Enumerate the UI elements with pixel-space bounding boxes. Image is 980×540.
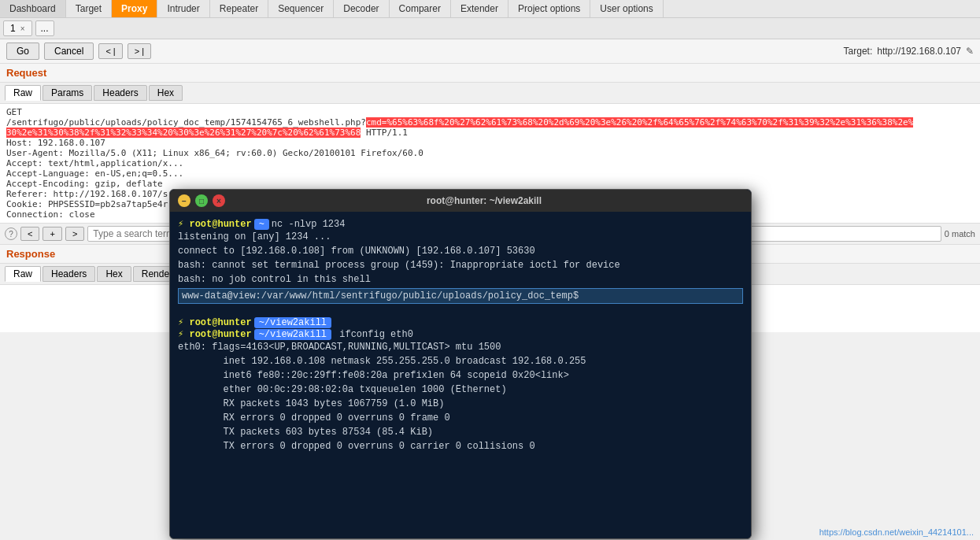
tab-1-close[interactable]: ×	[20, 24, 25, 33]
nav-comparer[interactable]: Comparer	[390, 0, 451, 17]
terminal-cmd-1: nc -nlvp 1234	[272, 219, 346, 230]
prev-button[interactable]: < |	[98, 43, 122, 59]
terminal-line-2: connect to [192.168.0.108] from (UNKNOWN…	[178, 244, 743, 258]
request-line-method: GET	[6, 107, 974, 117]
terminal-user-3: ⚡ root@hunter	[178, 328, 252, 332]
tab-1-label: 1	[10, 23, 16, 34]
request-tab-bar: Raw Params Headers Hex	[0, 83, 980, 104]
terminal-path-3: ~/view2akill	[254, 329, 331, 333]
terminal-user-2: ⚡ root@hunter	[178, 316, 252, 328]
tab-bar: 1 × ...	[0, 18, 980, 39]
nav-extender[interactable]: Extender	[451, 0, 508, 17]
cancel-button[interactable]: Cancel	[44, 43, 94, 60]
terminal-cmd-3: ifconfig eth0	[334, 329, 413, 333]
terminal-path-2: ~/view2akill	[254, 317, 331, 328]
terminal-line-1: listening on [any] 1234 ...	[178, 230, 743, 244]
terminal-maximize-button[interactable]: □	[195, 194, 208, 207]
request-line-accept-enc: Accept-Encoding: gzip, deflate	[6, 179, 974, 189]
nav-intruder[interactable]: Intruder	[157, 0, 209, 17]
response-tab-hex[interactable]: Hex	[97, 266, 131, 282]
terminal-body[interactable]: ⚡ root@hunter ~ nc -nlvp 1234 listening …	[170, 212, 751, 332]
terminal-path-1: ~	[254, 219, 269, 230]
go-button[interactable]: Go	[6, 43, 39, 60]
nav-decoder[interactable]: Decoder	[334, 0, 389, 17]
request-line-ua: User-Agent: Mozilla/5.0 (X11; Linux x86_…	[6, 148, 974, 158]
terminal-prompt-2: ⚡ root@hunter ~/view2akill	[178, 316, 743, 328]
nav-proxy[interactable]: Proxy	[112, 0, 157, 17]
target-info: Target: http://192.168.0.107 ✎	[844, 46, 974, 57]
response-tab-headers[interactable]: Headers	[43, 266, 95, 282]
tab-dots[interactable]: ...	[35, 20, 54, 36]
request-tab-raw[interactable]: Raw	[5, 85, 41, 101]
search-add-button[interactable]: +	[43, 227, 61, 241]
next-button[interactable]: > |	[128, 43, 151, 59]
match-count: 0 match	[945, 229, 975, 239]
request-tab-hex[interactable]: Hex	[149, 85, 183, 101]
search-prev-button[interactable]: <	[20, 227, 39, 241]
terminal-line-3: bash: cannot set terminal process group …	[178, 258, 743, 272]
help-icon[interactable]: ?	[5, 227, 17, 240]
terminal-section-2: ⚡ root@hunter ~/view2akill ⚡ root@hunter…	[178, 316, 743, 332]
request-tab-headers[interactable]: Headers	[94, 85, 146, 101]
edit-target-icon[interactable]: ✎	[966, 46, 974, 57]
terminal-close-button[interactable]: ×	[213, 194, 225, 207]
target-url: http://192.168.0.107	[877, 46, 961, 57]
nav-dashboard[interactable]: Dashboard	[0, 0, 66, 17]
terminal-window: − □ × root@hunter: ~/view2akill ⚡ root@h…	[169, 189, 752, 332]
target-label: Target:	[844, 46, 873, 57]
top-navigation: Dashboard Target Proxy Intruder Repeater…	[0, 0, 980, 18]
terminal-titlebar: − □ × root@hunter: ~/view2akill	[170, 190, 751, 212]
nav-project-options[interactable]: Project options	[508, 0, 590, 17]
terminal-title: root@hunter: ~/view2akill	[225, 195, 743, 206]
terminal-prompt-3: ⚡ root@hunter ~/view2akill ifconfig eth0	[178, 328, 743, 332]
tab-1[interactable]: 1 ×	[3, 20, 32, 36]
nav-target[interactable]: Target	[66, 0, 112, 17]
terminal-minimize-button[interactable]: −	[178, 194, 190, 207]
terminal-line-4: bash: no job control in this shell	[178, 272, 743, 287]
nav-user-options[interactable]: User options	[590, 0, 663, 17]
terminal-shell-prompt: www-data@view:/var/www/html/sentrifugo/p…	[178, 288, 743, 304]
request-tab-params[interactable]: Params	[43, 85, 92, 101]
request-line-accept: Accept: text/html,application/x...	[6, 158, 974, 168]
request-section-header: Request	[0, 64, 980, 83]
search-next-button[interactable]: >	[65, 227, 84, 241]
terminal-controls: − □ ×	[178, 194, 225, 207]
terminal-prompt-1: ⚡ root@hunter ~ nc -nlvp 1234	[178, 218, 743, 230]
response-tab-raw[interactable]: Raw	[5, 266, 41, 282]
terminal-user-1: ⚡ root@hunter	[178, 218, 252, 230]
nav-sequencer[interactable]: Sequencer	[268, 0, 334, 17]
request-line-accept-lang: Accept-Language: en-US,en;q=0.5...	[6, 168, 974, 179]
nav-repeater[interactable]: Repeater	[210, 0, 268, 17]
toolbar: Go Cancel < | > | Target: http://192.168…	[0, 39, 980, 64]
request-line-host: Host: 192.168.0.107	[6, 138, 974, 148]
request-line-url: /sentrifugo/public/uploads/policy_doc_te…	[6, 117, 974, 138]
